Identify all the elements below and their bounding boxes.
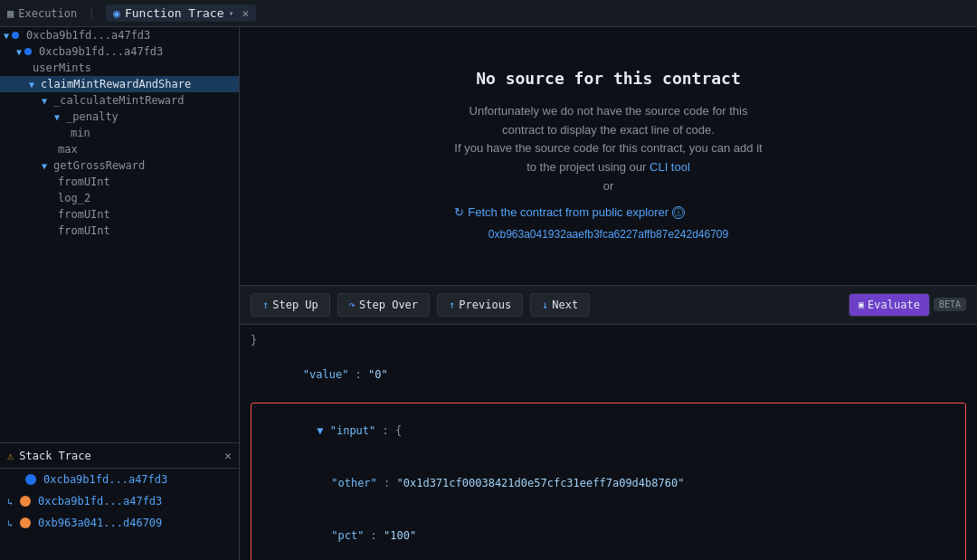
code-line: ▼ "input" : { [251, 405, 965, 458]
refresh-icon: ↻ [454, 204, 464, 223]
stack-address: 0xcba9b1fd...a47fd3 [38, 495, 162, 508]
evaluate-label: Evaluate [868, 299, 920, 311]
previous-icon: ↑ [449, 299, 455, 311]
tree-item[interactable]: max [0, 141, 239, 157]
tree-arrow-icon: ▼ [42, 96, 47, 106]
tree-arrow-icon: ▼ [4, 31, 9, 41]
tree-item[interactable]: log_2 [0, 190, 239, 206]
stack-item[interactable]: ↳0xcba9b1fd...a47fd3 [0, 490, 239, 512]
tree-item[interactable]: fromUInt [0, 206, 239, 223]
stack-trace-label: Stack Trace [19, 450, 90, 462]
previous-button[interactable]: ↑ Previous [437, 293, 523, 317]
next-button[interactable]: ↓ Next [530, 293, 590, 317]
code-line: } [251, 332, 966, 349]
highlighted-input-block: ▼ "input" : { "other" : "0x1d371cf000384… [251, 403, 966, 560]
no-source-panel: No source for this contract Unfortunatel… [240, 27, 977, 285]
grid-icon: ▦ [7, 7, 14, 20]
code-line: "pct" : "100" [251, 509, 965, 560]
beta-badge: BETA [934, 298, 966, 311]
function-trace-tab[interactable]: ◉ Function Trace ▾ ✕ [106, 5, 256, 22]
tree-item[interactable]: ▼ getGrossReward [0, 157, 239, 174]
tree-item-label: 0xcba9b1fd...a47fd3 [39, 45, 163, 58]
fetch-label: Fetch the contract from public explorer [468, 204, 669, 223]
info-icon: ⓘ [672, 206, 685, 219]
code-line: "other" : "0x1d371cf00038421d0e57cfc31ee… [251, 458, 965, 510]
tree-item-label: fromUInt [58, 224, 110, 237]
stack-arrow-icon: ↳ [7, 497, 13, 507]
chevron-down-icon: ▾ [229, 8, 234, 18]
stack-circle-icon [25, 474, 36, 485]
tree-arrow-icon: ▼ [42, 161, 47, 171]
execution-tab[interactable]: ▦ Execution [7, 7, 77, 20]
tree-arrow-icon: ▼ [16, 47, 22, 57]
step-over-button[interactable]: ↷ Step Over [337, 293, 430, 317]
no-source-title: No source for this contract [476, 69, 741, 88]
tree-item[interactable]: ▼ 0xcba9b1fd...a47fd3 [0, 43, 239, 60]
stack-arrow-icon: ↳ [7, 518, 13, 528]
no-source-description: Unfortunately we do not have the source … [454, 102, 762, 243]
no-source-or: or [603, 179, 614, 193]
previous-label: Previous [459, 299, 511, 311]
stack-item[interactable]: 0xcba9b1fd...a47fd3 [0, 469, 239, 490]
contract-address[interactable]: 0xb963a041932aaefb3fca6227affb87e242d467… [454, 226, 762, 243]
separator: | [88, 6, 95, 20]
stack-circle-icon [20, 517, 31, 528]
tree-item-label: userMints [33, 62, 91, 74]
close-stack-trace-button[interactable]: ✕ [224, 449, 232, 462]
step-up-button[interactable]: ↑ Step Up [251, 293, 330, 317]
stack-address: 0xb963a041...d46709 [38, 517, 162, 529]
function-trace-tree[interactable]: ▼ 0xcba9b1fd...a47fd3▼ 0xcba9b1fd...a47f… [0, 27, 239, 442]
tree-item-label: max [58, 143, 78, 156]
tree-item[interactable]: min [0, 125, 239, 141]
tree-item[interactable]: fromUInt [0, 223, 239, 239]
evaluate-icon: ▣ [858, 299, 864, 309]
stack-trace-header: ⚠ Stack Trace ✕ [0, 443, 239, 469]
tree-dot-icon [12, 32, 19, 39]
tree-item-label: claimMintRewardAndShare [41, 78, 191, 90]
no-source-desc1: Unfortunately we do not have the source … [470, 104, 748, 118]
step-over-icon: ↷ [349, 299, 356, 311]
tree-item-label: fromUInt [58, 208, 110, 221]
tree-item-label: getGrossReward [53, 159, 145, 172]
step-up-icon: ↑ [262, 299, 269, 311]
tree-dot-icon [24, 48, 32, 55]
tree-item-label: fromUInt [58, 176, 110, 188]
no-source-desc3: If you have the source code for this con… [454, 141, 762, 155]
right-panel: No source for this contract Unfortunatel… [240, 27, 977, 560]
function-trace-label: Function Trace [125, 6, 224, 20]
step-up-label: Step Up [272, 299, 318, 311]
tree-item[interactable]: ▼ _penalty [0, 109, 239, 125]
tree-item[interactable]: userMints [0, 60, 239, 76]
next-icon: ↓ [542, 299, 548, 311]
stack-circle-icon [20, 496, 31, 507]
stack-trace-title: ⚠ Stack Trace [7, 450, 91, 462]
stack-trace-panel: ⚠ Stack Trace ✕ 0xcba9b1fd...a47fd3↳0xcb… [0, 442, 239, 560]
warning-icon: ⚠ [7, 450, 14, 462]
code-line: "value" : "0" [251, 349, 966, 402]
close-tab-button[interactable]: ✕ [242, 6, 250, 20]
tree-item[interactable]: fromUInt [0, 174, 239, 190]
evaluate-button[interactable]: ▣ Evaluate [849, 293, 930, 317]
cli-tool-link[interactable]: CLI tool [650, 160, 690, 174]
left-panel: ▼ 0xcba9b1fd...a47fd3▼ 0xcba9b1fd...a47f… [0, 27, 240, 560]
tree-item-label: _calculateMintReward [53, 94, 185, 107]
next-label: Next [552, 299, 578, 311]
code-panel[interactable]: } "value" : "0" ▼ "input" : { "other" : … [240, 325, 977, 561]
stack-address: 0xcba9b1fd...a47fd3 [43, 473, 167, 486]
tree-item[interactable]: ▼ _calculateMintReward [0, 92, 239, 109]
top-bar: ▦ Execution | ◉ Function Trace ▾ ✕ [0, 0, 977, 27]
tree-item[interactable]: ▼ claimMintRewardAndShare [0, 76, 239, 92]
tree-item-label: log_2 [58, 192, 90, 204]
tree-item-label: 0xcba9b1fd...a47fd3 [26, 29, 150, 42]
tree-item-label: min [71, 127, 90, 139]
tree-arrow-icon: ▼ [54, 112, 60, 122]
circle-icon: ◉ [113, 6, 120, 20]
toolbar: ↑ Step Up ↷ Step Over ↑ Previous ↓ Next … [240, 285, 977, 325]
no-source-desc4: to the project using our [526, 160, 646, 174]
no-source-desc2: contract to display the exact line of co… [502, 123, 715, 137]
tree-item[interactable]: ▼ 0xcba9b1fd...a47fd3 [0, 27, 239, 43]
tree-arrow-icon: ▼ [29, 80, 34, 90]
main-layout: ▼ 0xcba9b1fd...a47fd3▼ 0xcba9b1fd...a47f… [0, 27, 977, 560]
stack-item[interactable]: ↳0xb963a041...d46709 [0, 512, 239, 534]
fetch-contract-link[interactable]: ↻ Fetch the contract from public explore… [454, 204, 762, 223]
